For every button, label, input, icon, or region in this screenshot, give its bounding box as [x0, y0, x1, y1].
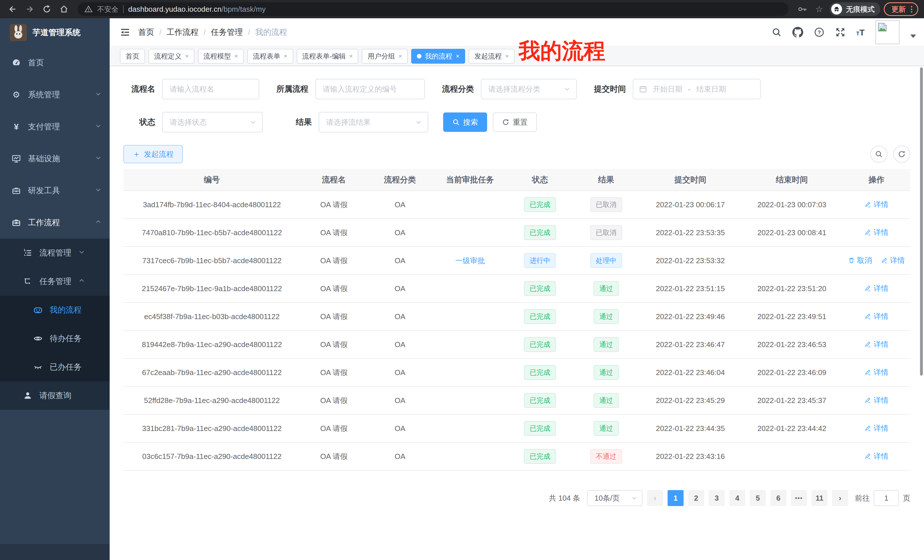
page-button-5[interactable]: 5: [750, 490, 766, 506]
sidebar-item-task-mgmt[interactable]: 任务管理: [0, 267, 110, 296]
breadcrumb-task-mgmt[interactable]: 任务管理: [211, 27, 243, 38]
user-avatar[interactable]: [876, 20, 900, 44]
page-button-11[interactable]: 11: [812, 490, 828, 506]
sidebar-item-workflow[interactable]: 工作流程: [0, 207, 110, 239]
tab-user-group[interactable]: 用户分组×: [362, 49, 408, 64]
search-button[interactable]: 搜索: [443, 112, 487, 132]
forward-icon[interactable]: [23, 2, 36, 16]
process-name-input[interactable]: [162, 79, 259, 99]
detail-link[interactable]: 详情: [864, 228, 888, 238]
detail-link[interactable]: 详情: [864, 395, 888, 405]
sidebar-item-leave-query[interactable]: 请假查询: [0, 381, 110, 410]
result-badge: 通过: [594, 365, 619, 380]
tab-process-form-edit[interactable]: 流程表单-编辑×: [297, 49, 358, 64]
incognito-label: 无痕模式: [846, 4, 874, 14]
close-icon[interactable]: ×: [284, 52, 288, 60]
search-icon[interactable]: [772, 27, 782, 37]
tab-process-form[interactable]: 流程表单×: [247, 49, 293, 64]
tab-my-process[interactable]: 我的流程×: [411, 49, 465, 64]
breadcrumb-workflow[interactable]: 工作流程: [166, 27, 198, 38]
close-icon[interactable]: ×: [349, 52, 353, 60]
result-badge: 通过: [594, 337, 619, 352]
filter-label-category: 流程分类: [440, 84, 474, 94]
breadcrumb: 首页 / 工作流程 / 任务管理 / 我的流程: [138, 27, 287, 38]
page-button-2[interactable]: 2: [688, 490, 704, 506]
chevron-down-icon: [631, 495, 638, 501]
sidebar-item-devtools[interactable]: 研发工具: [0, 175, 110, 207]
sidebar-item-done-tasks[interactable]: 已办任务: [0, 353, 110, 381]
category-select[interactable]: 请选择流程分类: [481, 79, 577, 99]
next-page-button[interactable]: ›: [832, 490, 848, 506]
page-button-6[interactable]: 6: [770, 490, 786, 506]
github-icon[interactable]: [792, 27, 803, 38]
close-icon[interactable]: ×: [456, 52, 459, 60]
detail-link[interactable]: 详情: [864, 199, 888, 210]
detail-link[interactable]: 详情: [864, 423, 888, 433]
create-process-button[interactable]: ＋ 发起流程: [123, 145, 183, 163]
tab-home[interactable]: 首页: [120, 49, 145, 64]
back-icon[interactable]: [6, 2, 20, 16]
close-icon[interactable]: ×: [185, 52, 189, 60]
close-icon[interactable]: ×: [398, 52, 402, 60]
close-icon[interactable]: ×: [505, 52, 509, 60]
sidebar-item-payment[interactable]: ¥ 支付管理: [0, 111, 110, 143]
cancel-link[interactable]: 取消: [848, 256, 872, 265]
bookmark-star-icon[interactable]: ☆: [812, 2, 826, 16]
tab-process-definition[interactable]: 流程定义×: [148, 49, 195, 64]
current-task-link[interactable]: 一级审批: [455, 256, 485, 266]
avatar-caret-icon[interactable]: [910, 34, 916, 38]
sidebar-footer[interactable]: [0, 544, 110, 560]
page-size-select[interactable]: 10条/页: [587, 490, 642, 506]
refresh-table-button[interactable]: [893, 145, 910, 163]
sidebar-item-todo-tasks[interactable]: 待办任务: [0, 324, 110, 353]
update-button[interactable]: 更新: [884, 2, 918, 16]
scrollbar-thumb[interactable]: [920, 67, 923, 376]
fullscreen-icon[interactable]: [835, 27, 846, 37]
page-button-3[interactable]: 3: [709, 490, 725, 506]
page-button-1[interactable]: 1: [668, 490, 684, 506]
sidebar-item-system[interactable]: ⚙ 系统管理: [0, 79, 110, 111]
chevron-down-icon: [78, 248, 85, 258]
reload-icon[interactable]: [40, 2, 54, 16]
detail-link[interactable]: 详情: [864, 283, 888, 293]
edit-icon: [864, 313, 871, 320]
page-button-4[interactable]: 4: [729, 490, 745, 506]
sidebar-item-my-process[interactable]: 我的流程: [0, 296, 110, 324]
sidebar-fold-icon[interactable]: [120, 27, 130, 37]
search-icon: [875, 150, 883, 158]
chevron-up-icon: [78, 277, 85, 286]
tab-process-model[interactable]: 流程模型×: [198, 49, 244, 64]
result-select[interactable]: 请选择流结果: [319, 112, 428, 132]
detail-link[interactable]: 详情: [864, 311, 888, 321]
sidebar-item-process-mgmt[interactable]: 流程管理: [0, 239, 110, 267]
tabs-bar: 首页 流程定义× 流程模型× 流程表单× 流程表单-编辑× 用户分组× 我的流程…: [110, 47, 924, 66]
detail-link[interactable]: 详情: [881, 256, 905, 265]
security-label[interactable]: 不安全: [97, 4, 118, 14]
process-definition-input[interactable]: [315, 79, 425, 99]
browser-menu-icon[interactable]: [911, 6, 912, 13]
home-icon[interactable]: [57, 2, 71, 16]
font-size-icon[interactable]: TT: [856, 28, 865, 37]
more-pages-button[interactable]: •••: [791, 490, 807, 506]
sidebar-item-infra[interactable]: 基础设施: [0, 143, 110, 175]
close-icon[interactable]: ×: [234, 52, 238, 60]
date-range-picker[interactable]: 开始日期 - 结束日期: [633, 79, 760, 99]
status-select[interactable]: 请选择状态: [162, 112, 263, 132]
sidebar-item-home[interactable]: 首页: [0, 47, 110, 79]
password-key-icon[interactable]: [795, 2, 809, 16]
start-date-placeholder: 开始日期: [653, 84, 682, 94]
column-header-status: 状态: [507, 169, 573, 191]
app-logo[interactable]: 芋道管理系统: [0, 18, 110, 47]
url-text[interactable]: dashboard.yudao.iocoder.cn/bpm/task/my: [128, 5, 266, 14]
detail-link[interactable]: 详情: [864, 451, 888, 461]
goto-page-input[interactable]: [874, 490, 899, 506]
reset-button[interactable]: 重置: [493, 112, 537, 132]
help-icon[interactable]: ?: [814, 27, 824, 37]
breadcrumb-home[interactable]: 首页: [138, 27, 154, 38]
detail-link[interactable]: 详情: [864, 339, 888, 349]
toggle-search-button[interactable]: [870, 145, 888, 163]
detail-link[interactable]: 详情: [864, 367, 888, 377]
prev-page-button[interactable]: ‹: [647, 490, 663, 506]
address-bar[interactable]: 不安全 dashboard.yudao.iocoder.cn/bpm/task/…: [78, 2, 788, 16]
tab-start-process[interactable]: 发起流程×: [469, 49, 514, 64]
